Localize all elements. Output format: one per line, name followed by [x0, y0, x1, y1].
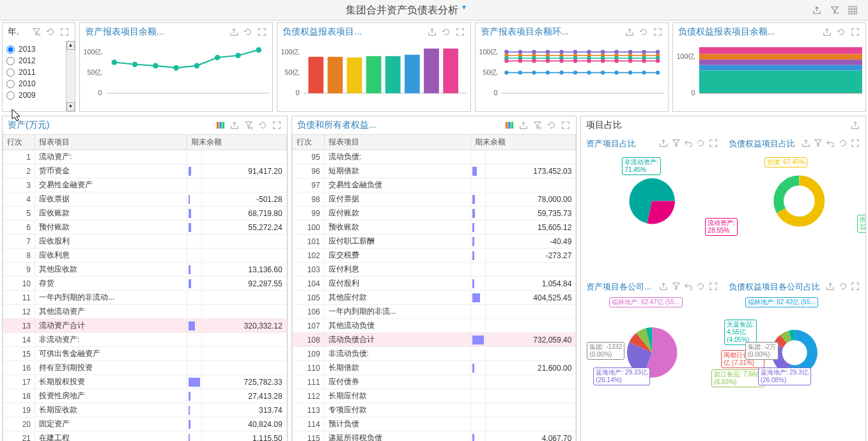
table-row[interactable]: 103应付利息 [292, 263, 576, 277]
filter-clear-icon[interactable] [671, 138, 681, 148]
col-rownum[interactable]: 行次 [3, 135, 35, 150]
table-row[interactable]: 17长期股权投资725,782.33 [3, 375, 287, 389]
refresh-icon[interactable] [838, 281, 848, 291]
expand-icon[interactable] [708, 281, 718, 291]
export-icon[interactable] [850, 120, 860, 130]
expand-icon[interactable] [257, 27, 267, 37]
table-row[interactable]: 106一年内到期的非流... [292, 305, 576, 319]
table-row[interactable]: 21在建工程1,115.50 [3, 431, 287, 442]
refresh-icon[interactable] [838, 138, 848, 148]
refresh-icon[interactable] [441, 27, 451, 37]
year-radio[interactable] [6, 80, 15, 88]
refresh-icon[interactable] [836, 27, 846, 37]
table-row[interactable]: 10存货92,287.55 [3, 277, 287, 291]
table-row[interactable]: 16持有至到期投资 [3, 361, 287, 375]
undo-icon[interactable] [683, 138, 694, 148]
table-row[interactable]: 111应付债券 [292, 375, 576, 389]
liab-table[interactable]: 行次 报表项目 期末余额 95流动负债:96短期借款173,452.0397交易… [292, 134, 577, 441]
columns-icon[interactable] [215, 120, 226, 130]
table-row[interactable]: 19长期应收款313.74 [3, 403, 287, 417]
expand-icon[interactable] [850, 138, 860, 148]
table-row[interactable]: 18投资性房地产27,413.28 [3, 389, 287, 403]
table-row[interactable]: 102应交税费-273.27 [292, 249, 576, 263]
col-balance[interactable]: 期末余额 [187, 135, 286, 150]
table-row[interactable]: 95流动负债: [292, 150, 576, 164]
table-row[interactable]: 107其他流动负债 [292, 319, 576, 333]
export-icon[interactable] [229, 27, 239, 37]
col-item[interactable]: 报表项目 [35, 135, 187, 150]
scroll-track[interactable] [66, 50, 75, 102]
year-scrollbar[interactable]: ▲ ▼ [66, 41, 75, 111]
expand-icon[interactable] [850, 27, 860, 37]
table-row[interactable]: 3交易性金融资产 [3, 178, 287, 192]
table-row[interactable]: 14非流动资产: [3, 333, 287, 347]
table-row[interactable]: 96短期借款173,452.03 [292, 164, 576, 178]
export-icon[interactable] [825, 281, 835, 291]
refresh-icon[interactable] [546, 120, 557, 130]
table-row[interactable]: 8应收利息 [3, 249, 287, 263]
export-icon[interactable] [822, 27, 832, 37]
col-balance[interactable]: 期末余额 [471, 135, 576, 150]
year-radio[interactable] [6, 57, 15, 65]
table-row[interactable]: 99应付账款59,735.73 [292, 206, 576, 220]
scroll-down-button[interactable]: ▼ [66, 102, 75, 111]
year-option-2011[interactable]: 2011 [6, 66, 71, 78]
table-row[interactable]: 2货币资金91,417.20 [3, 164, 287, 178]
table-row[interactable]: 9其他应收款13,136.60 [3, 263, 287, 277]
expand-icon[interactable] [653, 27, 663, 37]
export-icon[interactable] [518, 120, 529, 130]
expand-icon[interactable] [850, 281, 860, 291]
table-row[interactable]: 108流动负债合计732,059.40 [292, 333, 576, 347]
table-row[interactable]: 115递延所得税负债4,067.70 [292, 431, 576, 442]
table-row[interactable]: 1流动资产: [3, 150, 287, 164]
refresh-icon[interactable] [243, 27, 253, 37]
year-option-2012[interactable]: 2012 [6, 55, 71, 66]
col-item[interactable]: 报表项目 [324, 135, 471, 150]
table-row[interactable]: 5应收账款68,719.80 [3, 206, 287, 220]
filter-clear-icon[interactable] [830, 5, 840, 15]
export-icon[interactable] [812, 5, 822, 15]
year-radio[interactable] [6, 45, 15, 54]
undo-icon[interactable] [683, 281, 694, 291]
table-row[interactable]: 4应收票据-501.28 [3, 192, 287, 206]
expand-icon[interactable] [272, 120, 282, 130]
export-icon[interactable] [658, 281, 669, 291]
refresh-icon[interactable] [695, 281, 706, 291]
export-icon[interactable] [658, 138, 669, 148]
year-option-2010[interactable]: 2010 [6, 78, 71, 89]
table-row[interactable]: 15可供出售金融资产 [3, 347, 287, 361]
export-icon[interactable] [624, 27, 635, 37]
table-row[interactable]: 12其他流动资产 [3, 305, 287, 319]
expand-icon[interactable] [59, 27, 70, 37]
export-icon[interactable] [229, 120, 240, 130]
table-row[interactable]: 11一年内到期的非流动... [3, 291, 287, 305]
filter-clear-icon[interactable] [671, 281, 681, 291]
table-row[interactable]: 98应付票据78,000.00 [292, 192, 576, 206]
year-radio[interactable] [6, 68, 15, 77]
refresh-icon[interactable] [258, 120, 268, 130]
table-row[interactable]: 101应付职工薪酬-40.49 [292, 235, 576, 249]
col-rownum[interactable]: 行次 [292, 135, 324, 150]
expand-icon[interactable] [455, 27, 465, 37]
expand-icon[interactable] [561, 120, 571, 130]
table-row[interactable]: 13流动资产合计320,332.12 [3, 319, 287, 333]
export-icon[interactable] [427, 27, 437, 37]
table-row[interactable]: 114预计负债 [292, 417, 576, 431]
table-row[interactable]: 100预收账款15,605.12 [292, 220, 576, 235]
filter-clear-icon[interactable] [244, 120, 254, 130]
year-option-2013[interactable]: 2013 [6, 43, 71, 55]
year-radio[interactable] [6, 91, 15, 100]
table-row[interactable]: 109非流动负债: [292, 347, 576, 361]
table-row[interactable]: 20固定资产40,824.09 [3, 417, 287, 431]
refresh-icon[interactable] [45, 27, 56, 37]
filter-clear-icon[interactable] [31, 27, 42, 37]
table-row[interactable]: 6预付账款55,272.24 [3, 220, 287, 235]
table-row[interactable]: 112长期应付款 [292, 389, 576, 403]
title-filter-icon[interactable]: ▾ [462, 3, 466, 12]
table-row[interactable]: 110长期借款21,600.00 [292, 361, 576, 375]
table-row[interactable]: 113专项应付款 [292, 403, 576, 417]
export-icon[interactable] [801, 138, 811, 148]
year-option-2009[interactable]: 2009 [6, 89, 71, 101]
expand-icon[interactable] [708, 138, 718, 148]
table-row[interactable]: 7应收股利 [3, 235, 287, 249]
